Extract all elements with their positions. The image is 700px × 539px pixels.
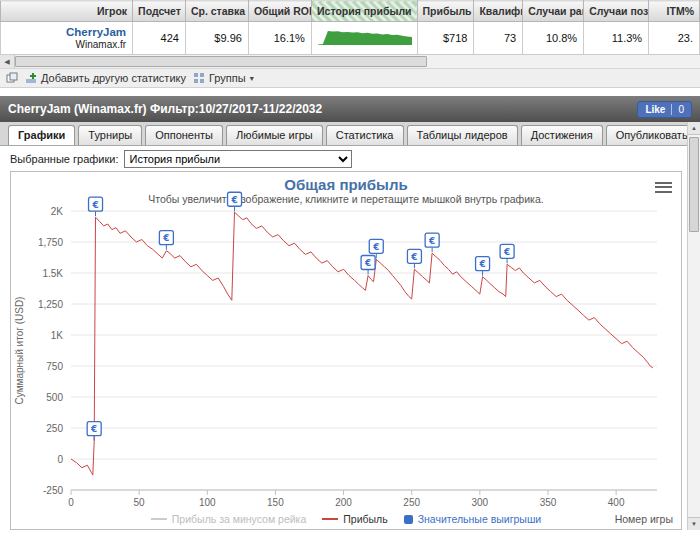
stats-toolbar: Добавить другую статистику Группы ▾ xyxy=(0,69,700,88)
vertical-scrollbar[interactable]: ▲ ▼ xyxy=(687,122,700,530)
page: Игрок Подсчет Ср. ставка Общий ROI Истор… xyxy=(0,0,700,539)
svg-text:350: 350 xyxy=(540,497,557,508)
horizontal-scroll-thumb[interactable] xyxy=(15,56,427,67)
add-statistic-label: Добавить другую статистику xyxy=(41,72,186,84)
svg-text:€: € xyxy=(503,247,510,257)
svg-text:2K: 2K xyxy=(51,206,64,217)
copy-table-button[interactable] xyxy=(6,72,18,84)
facebook-like-button[interactable]: Like 0 xyxy=(637,101,692,118)
legend-item-significant-wins[interactable]: Значительные выигрыши xyxy=(404,513,541,525)
section-title: CherryJam (Winamax.fr) Фильтр:10/27/2017… xyxy=(8,102,322,116)
svg-text:150: 150 xyxy=(267,497,284,508)
section-body: Графики Турниры Оппоненты Любимые игры С… xyxy=(0,122,700,530)
svg-text:1.5K: 1.5K xyxy=(42,268,63,279)
y-axis-title: Суммарный итог (USD) xyxy=(14,297,25,405)
svg-text:-250: -250 xyxy=(43,485,63,496)
legend-label: Прибыль за минусом рейка xyxy=(172,513,306,525)
legend-item-profit[interactable]: Прибыль xyxy=(322,513,387,525)
profit-chart-plot[interactable]: 2K1,7501.5K1,2501K7505002500-25005010015… xyxy=(11,207,665,509)
late-cases-cell: 11.3% xyxy=(584,22,649,55)
player-cell[interactable]: CherryJam Winamax.fr xyxy=(1,22,133,55)
svg-text:0: 0 xyxy=(57,454,63,465)
col-player[interactable]: Игрок xyxy=(1,1,133,22)
section-header: CherryJam (Winamax.fr) Фильтр:10/27/2017… xyxy=(0,96,700,122)
like-label: Like xyxy=(645,104,665,115)
svg-text:€: € xyxy=(428,236,435,246)
svg-text:€: € xyxy=(91,200,98,210)
graph-select[interactable]: История прибыли xyxy=(124,150,352,168)
svg-text:€: € xyxy=(230,195,237,205)
svg-text:0: 0 xyxy=(68,497,74,508)
count-cell: 424 xyxy=(133,22,186,55)
add-statistic-button[interactable]: Добавить другую статистику xyxy=(25,72,186,84)
legend-line-sample xyxy=(151,518,167,520)
stats-header-row: Игрок Подсчет Ср. ставка Общий ROI Истор… xyxy=(1,1,700,22)
chart-subtitle: Чтобы увеличить изображение, кликните и … xyxy=(11,193,681,207)
tab-graphs[interactable]: Графики xyxy=(8,125,75,145)
table-row[interactable]: CherryJam Winamax.fr 424 $9.96 16.1% $71… xyxy=(1,22,700,55)
legend-label: Значительные выигрыши xyxy=(418,513,541,525)
col-count[interactable]: Подсчет xyxy=(133,1,186,22)
graph-picker-row: Выбранные графики: История прибыли xyxy=(10,146,682,171)
col-qualified[interactable]: Квалифи xyxy=(474,1,523,22)
legend-line-sample xyxy=(322,518,338,520)
svg-text:300: 300 xyxy=(471,497,488,508)
tab-bar: Графики Турниры Оппоненты Любимые игры С… xyxy=(0,122,700,146)
scroll-left-icon[interactable]: ◀ xyxy=(0,55,15,68)
tab-achievements[interactable]: Достижения xyxy=(521,125,603,145)
svg-text:250: 250 xyxy=(46,423,63,434)
col-profit[interactable]: Прибыль xyxy=(417,1,474,22)
col-total-roi[interactable]: Общий ROI xyxy=(248,1,311,22)
tab-leaderboards[interactable]: Таблицы лидеров xyxy=(407,125,518,145)
svg-text:1,250: 1,250 xyxy=(38,299,63,310)
qualified-cell: 73 xyxy=(474,22,523,55)
player-detail-section: CherryJam (Winamax.fr) Фильтр:10/27/2017… xyxy=(0,96,700,530)
col-early-cases[interactable]: Случаи ран xyxy=(523,1,584,22)
col-avg-stake[interactable]: Ср. ставка xyxy=(185,1,248,22)
player-name-link[interactable]: CherryJam xyxy=(7,26,126,38)
horizontal-scrollbar[interactable]: ◀ xyxy=(0,55,700,69)
x-axis-title: Номер игры xyxy=(615,513,673,525)
early-cases-cell: 10.8% xyxy=(523,22,584,55)
svg-text:€: € xyxy=(162,233,169,243)
svg-text:€: € xyxy=(90,424,97,434)
tab-favorite-games[interactable]: Любимые игры xyxy=(226,125,323,145)
svg-text:€: € xyxy=(478,259,485,269)
tab-publish[interactable]: Опубликовать xyxy=(606,125,698,145)
profit-chart-panel: Общая прибыль Чтобы увеличить изображени… xyxy=(10,171,682,530)
svg-text:500: 500 xyxy=(46,392,63,403)
svg-text:€: € xyxy=(372,242,379,252)
avg-stake-cell: $9.96 xyxy=(185,22,248,55)
col-profit-history[interactable]: История прибыли xyxy=(311,1,417,22)
svg-text:1,750: 1,750 xyxy=(38,237,63,248)
col-late-cases[interactable]: Случаи поздн xyxy=(584,1,649,22)
tab-opponents[interactable]: Оппоненты xyxy=(145,125,223,145)
tab-statistics[interactable]: Статистика xyxy=(326,125,404,145)
scroll-down-icon[interactable]: ▼ xyxy=(688,517,700,530)
svg-text:100: 100 xyxy=(199,497,216,508)
scroll-up-icon[interactable]: ▲ xyxy=(688,122,700,135)
chart-menu-icon[interactable] xyxy=(655,179,672,195)
svg-text:750: 750 xyxy=(46,361,63,372)
chart-title: Общая прибыль xyxy=(11,172,681,193)
sparkline-cell[interactable] xyxy=(311,22,417,55)
add-statistic-icon xyxy=(25,72,37,84)
svg-text:1K: 1K xyxy=(51,330,64,341)
total-roi-cell: 16.1% xyxy=(248,22,311,55)
svg-text:250: 250 xyxy=(403,497,420,508)
svg-text:€: € xyxy=(410,252,417,262)
tab-tournaments[interactable]: Турниры xyxy=(78,125,142,145)
legend-item-rake[interactable]: Прибыль за минусом рейка xyxy=(151,513,306,525)
chart-legend: Прибыль за минусом рейка Прибыль Значите… xyxy=(11,509,681,529)
graph-picker-label: Выбранные графики: xyxy=(10,153,118,165)
groups-icon xyxy=(193,72,205,84)
groups-button[interactable]: Группы ▾ xyxy=(193,72,254,84)
profit-sparkline xyxy=(318,29,412,45)
svg-text:400: 400 xyxy=(608,497,625,508)
like-count: 0 xyxy=(671,104,684,115)
itm-cell: 23. xyxy=(649,22,700,55)
col-itm[interactable]: ITM% xyxy=(649,1,700,22)
vertical-scroll-thumb[interactable] xyxy=(689,137,699,232)
svg-text:50: 50 xyxy=(134,497,146,508)
legend-label: Прибыль xyxy=(343,513,387,525)
